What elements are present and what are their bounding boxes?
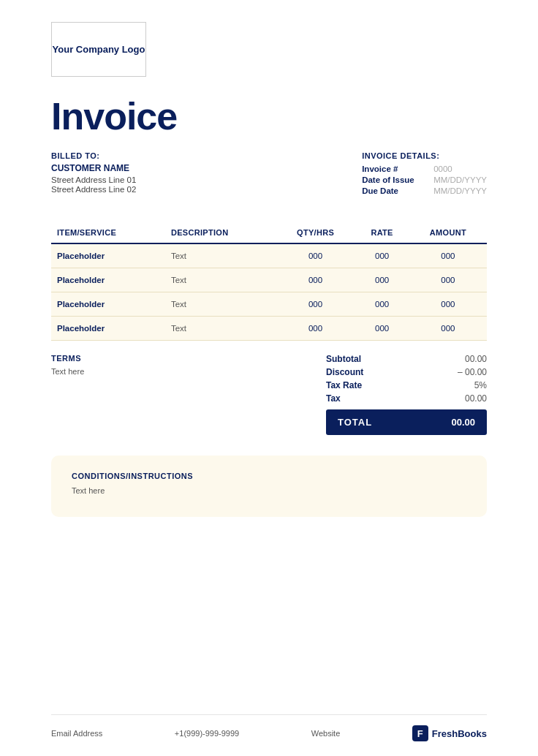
detail-row-due-date: Due Date MM/DD/YYYY [362, 186, 487, 195]
totals-taxrate-row: Tax Rate 5% [326, 380, 487, 390]
col-header-rate: RATE [355, 224, 409, 243]
row-amount-2: 000 [409, 292, 487, 317]
invoice-title: Invoice [51, 94, 487, 138]
conditions-box: CONDITIONS/INSTRUCTIONS Text here [51, 456, 487, 517]
row-desc-1: Text [165, 268, 276, 292]
row-amount-0: 000 [409, 243, 487, 268]
terms-section: TERMS Text here [51, 354, 84, 376]
row-desc-3: Text [165, 317, 276, 341]
subtotal-value: 00.00 [436, 354, 487, 364]
footer-phone: +1(999)-999-9999 [175, 729, 239, 738]
company-logo: Your Company Logo [51, 22, 146, 77]
row-rate-0: 000 [355, 243, 409, 268]
col-header-amount: AMOUNT [409, 224, 487, 243]
invoice-num-label: Invoice # [362, 165, 428, 173]
totals-tax-row: Tax 00.00 [326, 393, 487, 404]
conditions-text: Text here [72, 486, 466, 495]
due-date-value: MM/DD/YYYY [433, 186, 487, 195]
footer-website: Website [311, 729, 341, 738]
invoice-page: Your Company Logo Invoice BILLED TO: CUS… [0, 0, 538, 756]
totals-section: Subtotal 00.00 Discount – 00.00 Tax Rate… [326, 354, 487, 435]
row-desc-2: Text [165, 292, 276, 317]
fb-icon-letter: F [417, 728, 423, 739]
col-header-desc: DESCRIPTION [165, 224, 276, 243]
terms-label: TERMS [51, 354, 84, 363]
discount-value: – 00.00 [436, 367, 487, 377]
tax-label: Tax [326, 393, 392, 404]
row-item-3: Placeholder [51, 317, 165, 341]
date-issue-label: Date of Issue [362, 175, 428, 184]
table-row: Placeholder Text 000 000 000 [51, 268, 487, 292]
bottom-section: TERMS Text here Subtotal 00.00 Discount … [51, 354, 487, 435]
invoice-num-value: 0000 [433, 165, 452, 173]
taxrate-value: 5% [436, 380, 487, 390]
footer-email: Email Address [51, 729, 102, 738]
address-line-2: Street Address Line 02 [51, 185, 136, 194]
subtotal-label: Subtotal [326, 354, 392, 364]
footer: Email Address +1(999)-999-9999 Website F… [51, 714, 487, 741]
row-desc-0: Text [165, 243, 276, 268]
logo-text: Your Company Logo [53, 44, 145, 55]
col-header-item: ITEM/SERVICE [51, 224, 165, 243]
discount-label: Discount [326, 367, 392, 377]
row-item-2: Placeholder [51, 292, 165, 317]
col-header-qty: QTY/HRS [276, 224, 355, 243]
totals-total-row: TOTAL 00.00 [326, 409, 487, 435]
terms-text: Text here [51, 367, 84, 376]
invoice-details-label: INVOICE DETAILS: [362, 151, 487, 160]
row-amount-3: 000 [409, 317, 487, 341]
due-date-label: Due Date [362, 186, 428, 195]
row-amount-1: 000 [409, 268, 487, 292]
row-rate-3: 000 [355, 317, 409, 341]
row-item-1: Placeholder [51, 268, 165, 292]
detail-row-invoice-num: Invoice # 0000 [362, 165, 487, 173]
row-rate-1: 000 [355, 268, 409, 292]
totals-discount-row: Discount – 00.00 [326, 367, 487, 377]
row-qty-2: 000 [276, 292, 355, 317]
invoice-table: ITEM/SERVICE DESCRIPTION QTY/HRS RATE AM… [51, 224, 487, 341]
invoice-details-section: INVOICE DETAILS: Invoice # 0000 Date of … [362, 151, 487, 197]
conditions-label: CONDITIONS/INSTRUCTIONS [72, 472, 466, 480]
freshbooks-logo: F FreshBooks [412, 725, 487, 741]
row-item-0: Placeholder [51, 243, 165, 268]
billed-label: BILLED TO: [51, 151, 136, 160]
customer-name: CUSTOMER NAME [51, 163, 136, 173]
table-row: Placeholder Text 000 000 000 [51, 292, 487, 317]
freshbooks-icon: F [412, 725, 428, 741]
date-issue-value: MM/DD/YYYY [433, 175, 487, 184]
freshbooks-brand: FreshBooks [432, 728, 487, 739]
totals-subtotal-row: Subtotal 00.00 [326, 354, 487, 364]
row-qty-3: 000 [276, 317, 355, 341]
billed-section: BILLED TO: CUSTOMER NAME Street Address … [51, 151, 136, 197]
table-row: Placeholder Text 000 000 000 [51, 317, 487, 341]
table-row: Placeholder Text 000 000 000 [51, 243, 487, 268]
row-rate-2: 000 [355, 292, 409, 317]
detail-row-date-issue: Date of Issue MM/DD/YYYY [362, 175, 487, 184]
header-row: BILLED TO: CUSTOMER NAME Street Address … [51, 151, 487, 197]
total-value: 00.00 [451, 417, 475, 428]
row-qty-0: 000 [276, 243, 355, 268]
tax-value: 00.00 [436, 393, 487, 404]
taxrate-label: Tax Rate [326, 380, 392, 390]
total-label: TOTAL [338, 417, 372, 428]
address-line-1: Street Address Line 01 [51, 175, 136, 184]
row-qty-1: 000 [276, 268, 355, 292]
